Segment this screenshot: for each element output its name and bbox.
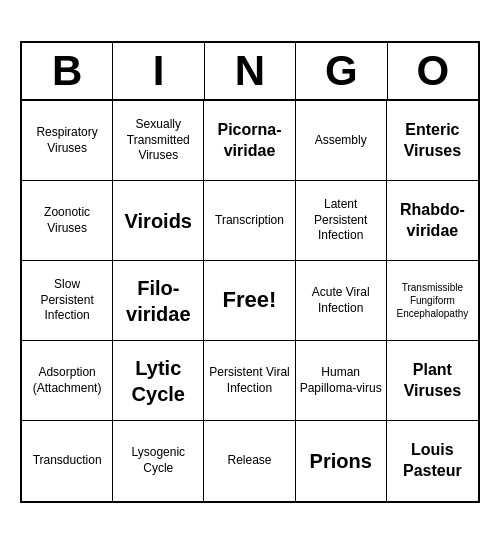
bingo-cell-4: Enteric Viruses xyxy=(387,101,478,181)
bingo-cell-5: Zoonotic Viruses xyxy=(22,181,113,261)
bingo-cell-16: Lytic Cycle xyxy=(113,341,204,421)
bingo-cell-18: Human Papilloma-virus xyxy=(296,341,387,421)
bingo-letter-b: B xyxy=(22,43,113,99)
bingo-cell-11: Filo-viridae xyxy=(113,261,204,341)
bingo-grid: Respiratory VirusesSexually Transmitted … xyxy=(22,101,478,501)
bingo-cell-20: Transduction xyxy=(22,421,113,501)
bingo-cell-24: Louis Pasteur xyxy=(387,421,478,501)
bingo-cell-2: Picorna-viridae xyxy=(204,101,295,181)
bingo-cell-17: Persistent Viral Infection xyxy=(204,341,295,421)
bingo-header: BINGO xyxy=(22,43,478,101)
bingo-cell-13: Acute Viral Infection xyxy=(296,261,387,341)
bingo-card: BINGO Respiratory VirusesSexually Transm… xyxy=(20,41,480,503)
bingo-cell-15: Adsorption (Attachment) xyxy=(22,341,113,421)
bingo-letter-i: I xyxy=(113,43,204,99)
bingo-cell-9: Rhabdo-viridae xyxy=(387,181,478,261)
bingo-letter-n: N xyxy=(205,43,296,99)
bingo-cell-19: Plant Viruses xyxy=(387,341,478,421)
bingo-cell-3: Assembly xyxy=(296,101,387,181)
bingo-cell-8: Latent Persistent Infection xyxy=(296,181,387,261)
bingo-cell-14: Transmissible Fungiform Encephalopathy xyxy=(387,261,478,341)
bingo-cell-22: Release xyxy=(204,421,295,501)
bingo-cell-7: Transcription xyxy=(204,181,295,261)
bingo-cell-10: Slow Persistent Infection xyxy=(22,261,113,341)
bingo-letter-g: G xyxy=(296,43,387,99)
bingo-cell-6: Viroids xyxy=(113,181,204,261)
bingo-cell-1: Sexually Transmitted Viruses xyxy=(113,101,204,181)
bingo-cell-0: Respiratory Viruses xyxy=(22,101,113,181)
bingo-cell-12: Free! xyxy=(204,261,295,341)
bingo-cell-23: Prions xyxy=(296,421,387,501)
bingo-letter-o: O xyxy=(388,43,478,99)
bingo-cell-21: Lysogenic Cycle xyxy=(113,421,204,501)
